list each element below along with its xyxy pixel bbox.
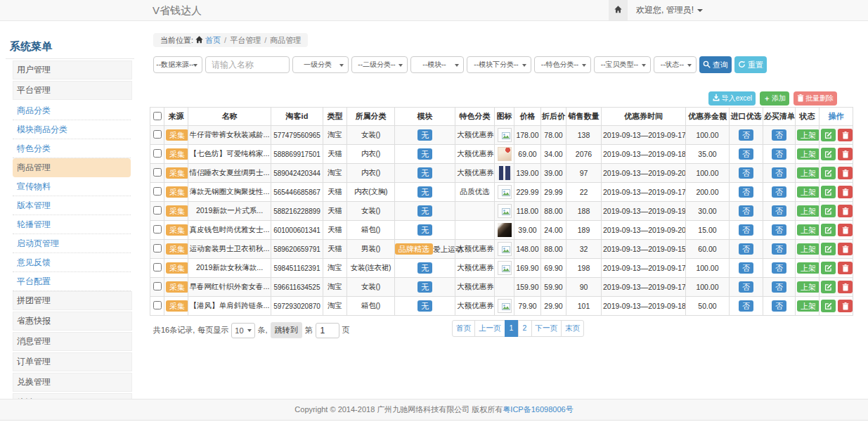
must-buy-badge[interactable]: 否 [772,205,786,217]
delete-button[interactable] [838,262,853,274]
status-badge[interactable]: 上架 [797,186,820,198]
delete-button[interactable] [838,243,853,255]
sidebar-item-商品分类[interactable]: 商品分类 [13,101,131,120]
sidebar-item-兑换管理[interactable]: 兑换管理 [13,373,132,392]
row-checkbox[interactable] [153,263,162,271]
must-buy-badge[interactable]: 否 [772,167,786,179]
home-button[interactable] [609,0,628,20]
sidebar-item-特色分类[interactable]: 特色分类 [13,139,131,158]
batch-delete-button[interactable]: 批量删除 [793,91,837,106]
filter-select[interactable]: --特色分类-- [534,56,591,73]
user-menu[interactable]: 欢迎您, 管理员! [636,0,703,20]
filter-select[interactable]: 一级分类 [292,56,349,73]
page-button-1[interactable]: 1 [505,320,519,337]
delete-button[interactable] [838,300,853,312]
imported-badge[interactable]: 否 [739,129,753,141]
status-badge[interactable]: 上架 [797,224,820,236]
delete-button[interactable] [838,167,853,179]
must-buy-badge[interactable]: 否 [772,224,786,236]
edit-button[interactable] [821,205,836,217]
sidebar-item-订单管理[interactable]: 订单管理 [13,352,132,371]
delete-button[interactable] [838,224,853,236]
must-buy-badge[interactable]: 否 [772,262,786,274]
imported-badge[interactable]: 否 [739,167,753,179]
status-badge[interactable]: 上架 [797,281,820,293]
sidebar-item-商品管理[interactable]: 商品管理 [13,158,131,177]
sidebar-item-模块商品分类[interactable]: 模块商品分类 [13,120,131,139]
sidebar-item-省惠快报[interactable]: 省惠快报 [13,312,132,331]
page-number-input[interactable] [316,323,339,338]
import-excel-button[interactable]: 导入excel [708,91,756,106]
imported-badge[interactable]: 否 [739,224,753,236]
filter-select[interactable]: --数据来源-- [153,56,202,73]
imported-badge[interactable]: 否 [739,262,753,274]
must-buy-badge[interactable]: 否 [772,148,786,160]
edit-button[interactable] [821,167,836,179]
sidebar-item-平台配置[interactable]: 平台配置 [13,272,131,291]
delete-button[interactable] [838,186,853,198]
status-badge[interactable]: 上架 [797,243,820,255]
imported-badge[interactable]: 否 [739,300,753,312]
filter-select[interactable]: --状态-- [654,56,697,73]
row-checkbox[interactable] [153,301,162,309]
status-badge[interactable]: 上架 [797,129,820,141]
reset-button[interactable]: 重置 [734,56,767,73]
select-all-checkbox[interactable] [153,112,162,120]
status-badge[interactable]: 上架 [797,167,820,179]
edit-button[interactable] [821,300,836,312]
imported-badge[interactable]: 否 [739,205,753,217]
filter-select[interactable]: --模块下分类-- [467,56,531,73]
filter-select[interactable]: --二级分类-- [351,56,408,73]
add-button[interactable]: ＋添加 [760,91,789,106]
page-button-首页[interactable]: 首页 [452,320,475,337]
must-buy-badge[interactable]: 否 [772,129,786,141]
row-checkbox[interactable] [153,244,162,252]
edit-button[interactable] [821,262,836,274]
page-button-末页[interactable]: 末页 [561,320,584,337]
row-checkbox[interactable] [153,168,162,177]
delete-button[interactable] [838,129,853,141]
delete-button[interactable] [838,148,853,160]
must-buy-badge[interactable]: 否 [772,243,786,255]
sidebar-item-用户管理[interactable]: 用户管理 [13,60,132,79]
edit-button[interactable] [821,224,836,236]
sidebar-item-平台管理[interactable]: 平台管理 [13,81,132,100]
edit-button[interactable] [821,243,836,255]
row-checkbox[interactable] [153,225,162,234]
sidebar-item-意见反馈[interactable]: 意见反馈 [13,253,131,272]
breadcrumb-home-link[interactable]: 首页 [205,36,221,44]
sidebar-item-宣传物料[interactable]: 宣传物料 [13,177,131,196]
status-badge[interactable]: 上架 [797,148,820,160]
search-button[interactable]: 查询 [699,56,732,73]
edit-button[interactable] [821,129,836,141]
edit-button[interactable] [821,281,836,293]
status-badge[interactable]: 上架 [797,205,820,217]
filter-select[interactable]: --宝贝类型-- [594,56,651,73]
edit-button[interactable] [821,186,836,198]
icp-link[interactable]: 粤ICP备16098006号 [503,405,573,414]
page-button-上一页[interactable]: 上一页 [474,320,505,337]
delete-button[interactable] [838,205,853,217]
imported-badge[interactable]: 否 [739,186,753,198]
sidebar-item-拼团管理[interactable]: 拼团管理 [13,291,132,310]
sidebar-item-消息管理[interactable]: 消息管理 [13,332,132,351]
jump-button[interactable]: 跳转到 [271,322,302,338]
must-buy-badge[interactable]: 否 [772,281,786,293]
must-buy-badge[interactable]: 否 [772,186,786,198]
row-checkbox[interactable] [153,130,162,139]
sidebar-item-版本管理[interactable]: 版本管理 [13,196,131,215]
imported-badge[interactable]: 否 [739,148,753,160]
row-checkbox[interactable] [153,206,162,215]
must-buy-badge[interactable]: 否 [772,300,786,312]
row-checkbox[interactable] [153,282,162,290]
sidebar-item-启动页管理[interactable]: 启动页管理 [13,234,131,253]
delete-button[interactable] [838,281,853,293]
status-badge[interactable]: 上架 [797,300,820,312]
page-button-下一页[interactable]: 下一页 [531,320,562,337]
name-search-input[interactable] [205,56,290,73]
filter-select[interactable]: --模块-- [410,56,464,73]
imported-badge[interactable]: 否 [739,281,753,293]
row-checkbox[interactable] [153,149,162,158]
imported-badge[interactable]: 否 [739,243,753,255]
sidebar-item-轮播管理[interactable]: 轮播管理 [13,215,131,234]
